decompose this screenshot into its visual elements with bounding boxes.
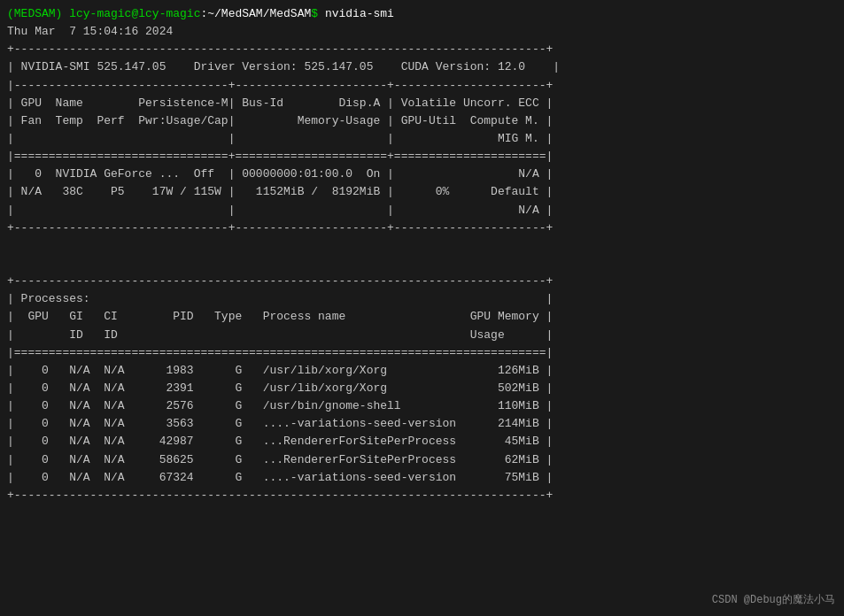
separator5: +---------------------------------------… (7, 273, 837, 290)
blank2 (7, 255, 837, 273)
separator1: +---------------------------------------… (7, 41, 837, 58)
smi-info: | NVIDIA-SMI 525.147.05 Driver Version: … (7, 58, 837, 76)
prompt-path: :~/MedSAM/MedSAM (200, 7, 311, 20)
proc-cols2: | ID ID Usage | (7, 327, 837, 344)
date-line: Thu Mar 7 15:04:16 2024 (7, 23, 837, 41)
header3: | | | MIG M. | (7, 130, 837, 148)
proc-header: | Processes: | (7, 290, 837, 308)
separator7: +---------------------------------------… (7, 487, 837, 504)
gpu-line3: | | | N/A | (7, 202, 837, 219)
proc-row-2: | 0 N/A N/A 2391 G /usr/lib/xorg/Xorg 50… (7, 380, 837, 397)
separator2: |-------------------------------+-------… (7, 77, 837, 95)
proc-row-5: | 0 N/A N/A 42987 G ...RendererForSitePe… (7, 433, 837, 450)
blank1 (7, 237, 837, 255)
proc-cols1: | GPU GI CI PID Type Process name GPU Me… (7, 308, 837, 326)
proc-row-4: | 0 N/A N/A 3563 G ....-variations-seed-… (7, 415, 837, 433)
separator6: |=======================================… (7, 344, 837, 362)
prompt-user: (MEDSAM) lcy-magic@lcy-magic (7, 7, 200, 20)
proc-row-1: | 0 N/A N/A 1983 G /usr/lib/xorg/Xorg 12… (7, 362, 837, 380)
watermark: CSDN @Debug的魔法小马 (712, 592, 835, 607)
prompt-dollar: $ (311, 7, 318, 20)
separator3: |===============================+=======… (7, 148, 837, 166)
prompt-line: (MEDSAM) lcy-magic@lcy-magic:~/MedSAM/Me… (7, 5, 837, 23)
prompt-cmd: nvidia-smi (318, 7, 394, 20)
header2: | Fan Temp Perf Pwr:Usage/Cap| Memory-Us… (7, 112, 837, 130)
proc-row-6: | 0 N/A N/A 58625 G ...RendererForSitePe… (7, 451, 837, 469)
separator4: +-------------------------------+-------… (7, 219, 837, 237)
gpu-line1: | 0 NVIDIA GeForce ... Off | 00000000:01… (7, 166, 837, 183)
terminal: (MEDSAM) lcy-magic@lcy-magic:~/MedSAM/Me… (0, 0, 844, 616)
proc-row-3: | 0 N/A N/A 2576 G /usr/bin/gnome-shell … (7, 397, 837, 415)
header1: | GPU Name Persistence-M| Bus-Id Disp.A … (7, 95, 837, 112)
gpu-line2: | N/A 38C P5 17W / 115W | 1152MiB / 8192… (7, 183, 837, 201)
proc-row-7: | 0 N/A N/A 67324 G ....-variations-seed… (7, 469, 837, 487)
